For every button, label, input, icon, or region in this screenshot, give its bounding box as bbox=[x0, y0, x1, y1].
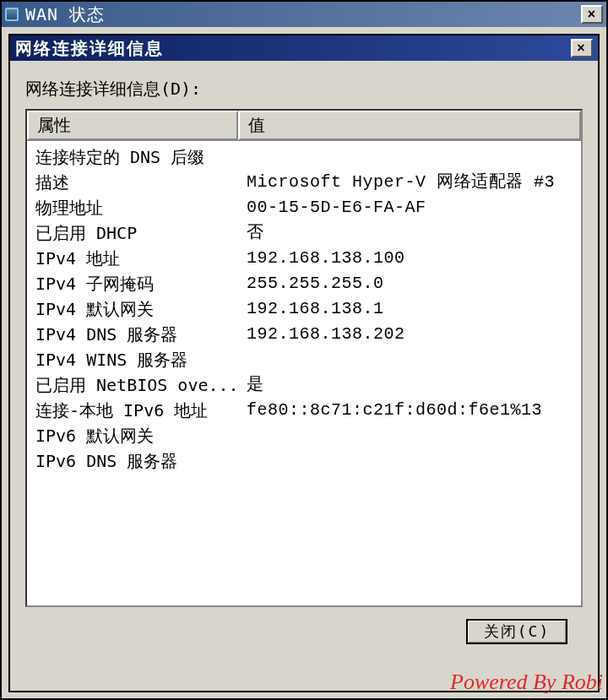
inner-window: 网络连接详细信息 × 网络连接详细信息(D): 属性 值 连接特定的 DNS 后… bbox=[8, 34, 600, 692]
table-row[interactable]: IPv6 DNS 服务器 bbox=[35, 448, 581, 474]
value-cell: 255.255.255.0 bbox=[247, 271, 581, 296]
content-area: 网络连接详细信息(D): 属性 值 连接特定的 DNS 后缀描述Microsof… bbox=[10, 61, 598, 653]
table-row[interactable]: IPv4 WINS 服务器 bbox=[35, 347, 581, 372]
table-row[interactable]: 描述Microsoft Hyper-V 网络适配器 #3 bbox=[35, 170, 581, 195]
property-cell: 描述 bbox=[35, 170, 247, 195]
property-cell: IPv4 子网掩码 bbox=[35, 271, 247, 296]
value-cell: fe80::8c71:c21f:d60d:f6e1%13 bbox=[247, 398, 581, 423]
property-cell: 已启用 NetBIOS ove... bbox=[35, 372, 247, 398]
column-header-property[interactable]: 属性 bbox=[27, 111, 238, 140]
column-header-value[interactable]: 值 bbox=[238, 111, 581, 140]
property-cell: IPv4 DNS 服务器 bbox=[35, 322, 247, 347]
inner-close-button[interactable]: × bbox=[571, 39, 593, 57]
property-cell: 物理地址 bbox=[35, 195, 247, 220]
outer-window-title: WAN 状态 bbox=[25, 3, 105, 26]
table-row[interactable]: IPv4 默认网关192.168.138.1 bbox=[35, 296, 581, 322]
value-cell: 否 bbox=[247, 220, 581, 246]
table-row[interactable]: 连接特定的 DNS 后缀 bbox=[35, 144, 581, 170]
property-cell: IPv6 默认网关 bbox=[35, 423, 247, 448]
inner-window-title: 网络连接详细信息 bbox=[15, 37, 164, 60]
table-row[interactable]: 物理地址00-15-5D-E6-FA-AF bbox=[35, 195, 581, 220]
value-cell bbox=[247, 144, 581, 170]
button-row: 关闭(C) bbox=[25, 607, 583, 644]
network-status-icon bbox=[5, 8, 19, 21]
inner-titlebar: 网络连接详细信息 × bbox=[10, 35, 598, 61]
table-row[interactable]: 已启用 NetBIOS ove...是 bbox=[35, 372, 581, 398]
value-cell: 00-15-5D-E6-FA-AF bbox=[247, 195, 581, 220]
value-cell bbox=[247, 347, 581, 372]
table-row[interactable]: 连接-本地 IPv6 地址fe80::8c71:c21f:d60d:f6e1%1… bbox=[35, 398, 581, 423]
value-cell: 是 bbox=[247, 372, 581, 398]
table-row[interactable]: IPv6 默认网关 bbox=[35, 423, 581, 448]
value-cell: Microsoft Hyper-V 网络适配器 #3 bbox=[247, 170, 581, 195]
property-cell: 已启用 DHCP bbox=[35, 220, 247, 246]
table-row[interactable]: IPv4 DNS 服务器192.168.138.202 bbox=[35, 322, 581, 347]
outer-titlebar: WAN 状态 × bbox=[2, 2, 606, 27]
property-cell: 连接特定的 DNS 后缀 bbox=[35, 144, 247, 170]
section-label: 网络连接详细信息(D): bbox=[25, 78, 583, 100]
table-header: 属性 值 bbox=[27, 111, 581, 141]
table-body: 连接特定的 DNS 后缀描述Microsoft Hyper-V 网络适配器 #3… bbox=[27, 141, 581, 477]
value-cell bbox=[247, 423, 581, 448]
value-cell: 192.168.138.100 bbox=[247, 246, 581, 271]
table-row[interactable]: IPv4 地址192.168.138.100 bbox=[35, 246, 581, 271]
property-cell: 连接-本地 IPv6 地址 bbox=[35, 398, 247, 423]
details-table: 属性 值 连接特定的 DNS 后缀描述Microsoft Hyper-V 网络适… bbox=[25, 109, 583, 607]
value-cell bbox=[247, 448, 581, 474]
property-cell: IPv4 WINS 服务器 bbox=[35, 347, 247, 372]
value-cell: 192.168.138.1 bbox=[247, 296, 581, 322]
close-button[interactable]: 关闭(C) bbox=[466, 619, 567, 644]
outer-close-button[interactable]: × bbox=[581, 5, 603, 24]
table-row[interactable]: IPv4 子网掩码255.255.255.0 bbox=[35, 271, 581, 296]
value-cell: 192.168.138.202 bbox=[247, 322, 581, 347]
property-cell: IPv4 地址 bbox=[35, 246, 247, 271]
table-row[interactable]: 已启用 DHCP否 bbox=[35, 220, 581, 246]
property-cell: IPv6 DNS 服务器 bbox=[35, 448, 247, 474]
property-cell: IPv4 默认网关 bbox=[35, 296, 247, 322]
outer-window: WAN 状态 × 网络连接详细信息 × 网络连接详细信息(D): 属性 值 连接… bbox=[0, 0, 608, 700]
